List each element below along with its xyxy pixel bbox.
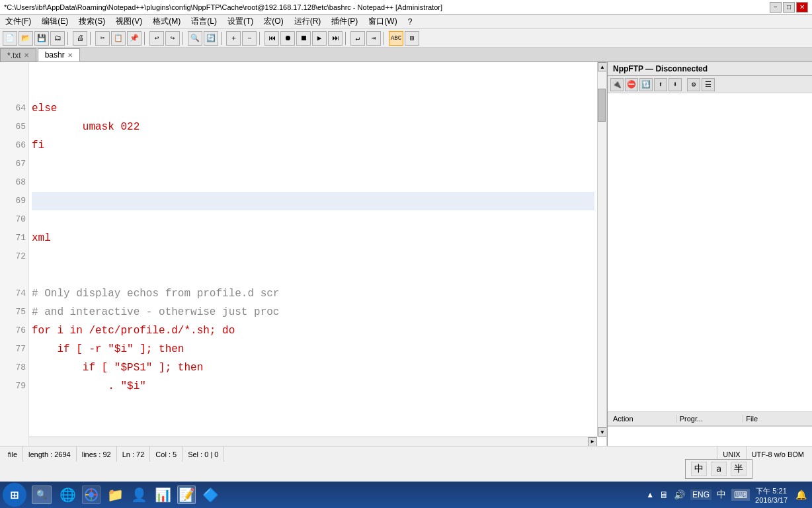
menu-item-window[interactable]: 窗口(W)	[366, 15, 399, 28]
ftp-panel-title: NppFTP — Disconnected	[608, 62, 812, 76]
ftp-download-button[interactable]: ⬇	[669, 78, 682, 91]
macro-btn1[interactable]: ⏮	[264, 31, 279, 46]
zoom-out-button[interactable]: －	[242, 31, 257, 46]
new-button[interactable]: 📄	[3, 31, 17, 46]
replace-button[interactable]: 🔄	[204, 31, 218, 46]
open-button[interactable]: 📂	[19, 31, 33, 46]
tab-txt[interactable]: *.txt ✕	[0, 48, 36, 62]
taskbar-notification-btn[interactable]: 🔔	[793, 489, 809, 500]
macro-btn3[interactable]: ⏹	[296, 31, 311, 46]
ftp-col-action: Action	[610, 415, 677, 423]
menu-item-run[interactable]: 运行(R)	[292, 15, 324, 28]
ftp-disconnect-button[interactable]: ⛔	[625, 78, 638, 91]
code-line: umask 022	[32, 118, 594, 136]
minimize-button[interactable]: −	[770, 2, 782, 13]
status-col: Col : 5	[150, 446, 183, 462]
ftp-settings-button[interactable]: ⚙	[687, 78, 700, 91]
code-line	[32, 62, 594, 81]
code-line	[32, 210, 594, 229]
macro-btn5[interactable]: ⏭	[328, 31, 343, 46]
menu-item-macro[interactable]: 宏(O)	[261, 15, 286, 28]
separator-4	[183, 32, 185, 45]
code-line	[32, 266, 594, 284]
h-scroll-right-arrow[interactable]: ►	[588, 437, 597, 446]
tray-network[interactable]: 🖥	[659, 489, 669, 500]
status-utf: UTF-8 w/o BOM	[746, 446, 809, 462]
tab-txt-close[interactable]: ✕	[24, 52, 29, 59]
tray-sound[interactable]: 🔊	[674, 489, 685, 500]
ime-char-a[interactable]: ａ	[711, 462, 727, 476]
status-ln: Ln : 72	[117, 446, 151, 462]
ftp-upload-button[interactable]: ⬆	[654, 78, 667, 91]
macro-btn4[interactable]: ▶	[312, 31, 327, 46]
ftp-tree[interactable]	[608, 93, 812, 411]
extra-button[interactable]: ⊞	[405, 31, 419, 46]
menu-item-format[interactable]: 格式(M)	[150, 15, 183, 28]
redo-button[interactable]: ↪	[165, 31, 180, 46]
taskbar-keyboard[interactable]: ⌨	[731, 489, 750, 501]
save-button[interactable]: 💾	[34, 31, 49, 46]
indent-button[interactable]: ⇥	[366, 31, 381, 46]
title-bar: *C:\Users\ibf\AppData\Roaming\Notepad++\…	[0, 0, 812, 15]
code-line: . "$i"	[32, 377, 594, 396]
maximize-button[interactable]: □	[783, 2, 795, 13]
menu-item-edit[interactable]: 编辑(E)	[39, 15, 71, 28]
taskbar-extra-icon[interactable]: 🔷	[201, 486, 220, 504]
menu-item-language[interactable]: 语言(L)	[188, 15, 220, 28]
cut-button[interactable]: ✂	[95, 31, 110, 46]
ime-char-ban[interactable]: 半	[731, 462, 747, 476]
code-line	[32, 173, 594, 192]
code-line: if [ "$PS1" ]; then	[32, 359, 594, 377]
close-button[interactable]: ✕	[796, 2, 808, 13]
menu-item-search[interactable]: 搜索(S)	[76, 15, 108, 28]
undo-button[interactable]: ↩	[149, 31, 164, 46]
taskbar-ppt-icon[interactable]: 📊	[153, 486, 172, 504]
tray-arrow[interactable]: ▲	[646, 490, 654, 499]
copy-button[interactable]: 📋	[111, 31, 126, 46]
taskbar: ⊞ 🔍 🌐 📁 👤 📊 📝 🔷 ▲ 🖥 🔊 ENG 中 ⌨ 下午 5:21 20…	[0, 482, 812, 508]
ftp-connect-button[interactable]: 🔌	[610, 78, 624, 91]
horizontal-scrollbar[interactable]: ◄ ►	[0, 437, 597, 446]
separator-5	[221, 32, 223, 45]
code-line: else	[32, 99, 594, 118]
taskbar-notepad-icon[interactable]: 📝	[177, 486, 196, 504]
menu-item-plugins[interactable]: 插件(P)	[329, 15, 360, 28]
time-display: 下午 5:21	[755, 486, 788, 496]
spell-button[interactable]: ABC	[389, 31, 403, 46]
vertical-scrollbar[interactable]: ▲ ▼	[597, 62, 606, 437]
taskbar-ie-icon[interactable]: 🌐	[58, 486, 77, 504]
status-sel: Sel : 0 | 0	[183, 446, 224, 462]
menu-item-file[interactable]: 文件(F)	[3, 15, 34, 28]
wordwrap-button[interactable]: ↵	[350, 31, 365, 46]
editor-area[interactable]: 646566676869707172747576777879 else umas…	[0, 62, 607, 446]
tab-bashrc-label: bashr	[45, 50, 65, 60]
zoom-in-button[interactable]: ＋	[226, 31, 241, 46]
scroll-up-arrow[interactable]: ▲	[598, 62, 607, 71]
taskbar-chrome-icon[interactable]	[82, 486, 101, 504]
macro-btn2[interactable]: ⏺	[280, 31, 295, 46]
menu-item-settings[interactable]: 设置(T)	[225, 15, 256, 28]
menu-item-help[interactable]: ?	[405, 17, 415, 27]
print-button[interactable]: 🖨	[73, 31, 87, 46]
ftp-columns-button[interactable]: ☰	[702, 78, 715, 91]
paste-button[interactable]: 📌	[127, 31, 142, 46]
date-display: 2016/3/17	[755, 496, 788, 504]
tray-ime-zh[interactable]: 中	[717, 489, 726, 501]
status-lines: lines : 92	[77, 446, 117, 462]
taskbar-user-icon[interactable]: 👤	[130, 486, 148, 504]
taskbar-time[interactable]: 下午 5:21 2016/3/17	[755, 486, 788, 504]
code-content[interactable]: else umask 022fi xml # Only display echo…	[29, 62, 597, 437]
scroll-down-arrow[interactable]: ▼	[598, 427, 607, 437]
ime-char-zhong[interactable]: 中	[691, 462, 707, 476]
ftp-refresh-button[interactable]: 🔃	[639, 78, 653, 91]
scroll-thumb[interactable]	[598, 89, 606, 122]
start-button[interactable]: ⊞	[3, 483, 26, 507]
save-all-button[interactable]: 🗂	[50, 31, 65, 46]
taskbar-folder-icon[interactable]: 📁	[106, 486, 124, 504]
tab-bashrc[interactable]: bashr ✕	[38, 48, 80, 62]
menu-item-view[interactable]: 视图(V)	[113, 15, 145, 28]
line-numbers: 646566676869707172747576777879	[0, 62, 29, 446]
find-button[interactable]: 🔍	[188, 31, 202, 46]
tray-ime-eng[interactable]: ENG	[690, 489, 711, 500]
tab-bashrc-close[interactable]: ✕	[67, 52, 73, 59]
